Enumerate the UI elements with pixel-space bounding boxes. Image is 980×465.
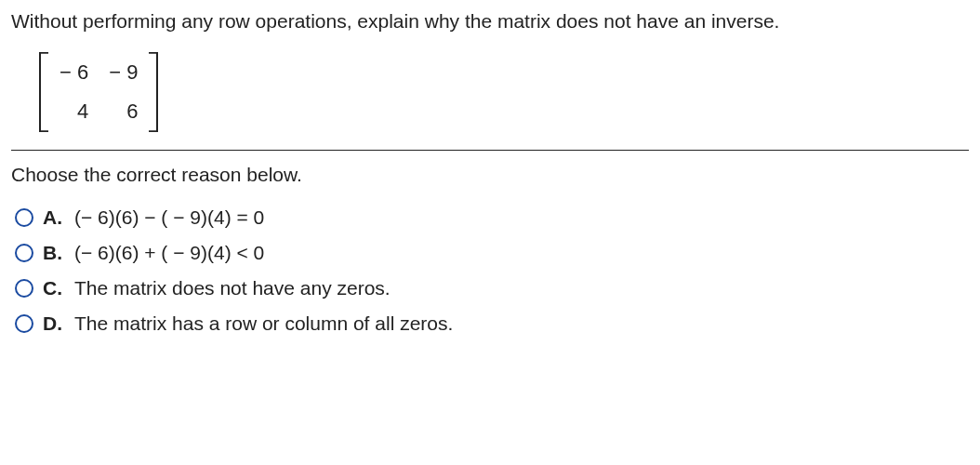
radio-icon[interactable]	[15, 244, 33, 262]
option-text: (− 6)(6) − ( − 9)(4) = 0	[74, 206, 264, 229]
matrix-cell: 4	[60, 100, 88, 124]
radio-icon[interactable]	[15, 279, 33, 298]
option-a[interactable]: A. (− 6)(6) − ( − 9)(4) = 0	[15, 206, 969, 229]
option-text: The matrix has a row or column of all ze…	[74, 312, 453, 335]
option-letter: A.	[43, 206, 65, 229]
option-d[interactable]: D. The matrix has a row or column of all…	[15, 312, 969, 335]
option-letter: C.	[43, 277, 65, 299]
matrix-grid: − 6 − 9 4 6	[50, 51, 147, 133]
matrix-cell: 6	[109, 100, 138, 124]
left-bracket	[37, 51, 50, 133]
matrix-cell: − 6	[60, 60, 88, 85]
answer-prompt: Choose the correct reason below.	[11, 164, 969, 186]
option-c[interactable]: C. The matrix does not have any zeros.	[15, 277, 969, 299]
option-text: The matrix does not have any zeros.	[74, 277, 391, 299]
right-bracket	[147, 51, 160, 133]
divider	[11, 150, 969, 151]
question-text: Without performing any row operations, e…	[11, 7, 969, 34]
options-group: A. (− 6)(6) − ( − 9)(4) = 0 B. (− 6)(6) …	[11, 206, 969, 335]
option-letter: B.	[43, 242, 65, 264]
radio-icon[interactable]	[15, 314, 33, 333]
option-b[interactable]: B. (− 6)(6) + ( − 9)(4) < 0	[15, 242, 969, 264]
matrix-cell: − 9	[109, 60, 138, 85]
matrix-display: − 6 − 9 4 6	[11, 47, 969, 150]
radio-icon[interactable]	[15, 208, 33, 227]
option-letter: D.	[43, 312, 65, 335]
option-text: (− 6)(6) + ( − 9)(4) < 0	[74, 242, 264, 264]
